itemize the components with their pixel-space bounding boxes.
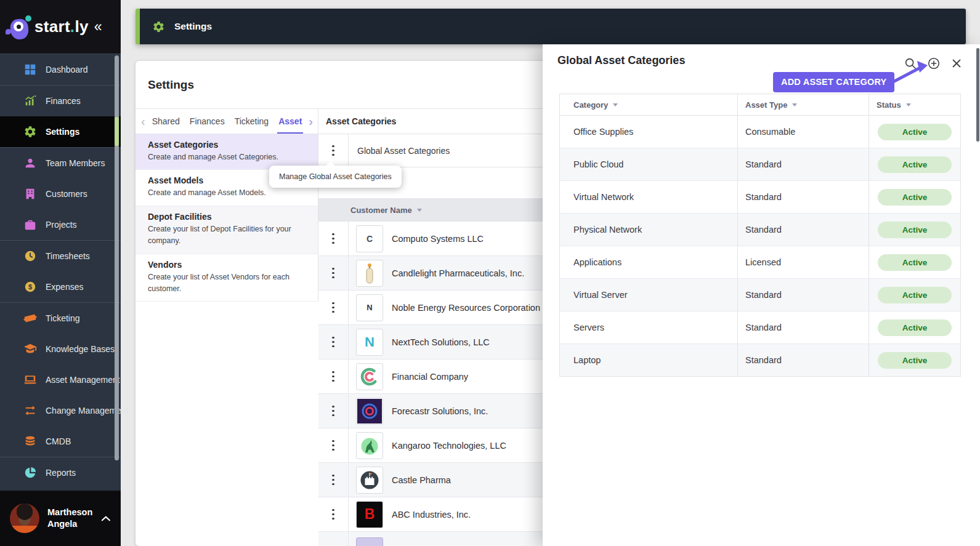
asset-categories-table: CategoryAsset TypeStatus Office Supplies…: [559, 94, 961, 377]
status-badge: Active: [878, 287, 952, 303]
tabs-scroll-left-icon[interactable]: ‹: [139, 115, 147, 127]
kebab-menu-icon[interactable]: [328, 402, 338, 420]
app-root: start.ly « DashboardFinancesSettingsTeam…: [0, 0, 980, 546]
sidebar-item-label: Timesheets: [46, 251, 90, 261]
kebab-menu-icon[interactable]: [328, 142, 338, 160]
sidebar-item-timesheets[interactable]: Timesheets: [0, 241, 121, 271]
sidebar-item-label: Projects: [46, 220, 77, 230]
sidebar-item-label: Expenses: [46, 282, 83, 292]
customer-logo: [356, 363, 383, 390]
kebab-menu-icon[interactable]: [328, 471, 338, 489]
page-title: Settings: [148, 78, 194, 92]
customer-logo: [356, 537, 383, 546]
category-cell: Physical Network: [560, 214, 738, 246]
kebab-cell: [318, 428, 349, 462]
kebab-cell: [318, 134, 349, 167]
category-cell: Applications: [560, 246, 738, 278]
asset-category-row[interactable]: Public CloudStandardActive: [560, 148, 960, 181]
asset-type-cell: Standard: [738, 311, 869, 343]
status-badge: Active: [878, 319, 952, 336]
sidebar-item-cmdb[interactable]: CMDB: [0, 426, 121, 457]
team-members-icon: [23, 156, 37, 170]
sidebar-item-ticketing[interactable]: Ticketing: [0, 303, 121, 334]
tabs-scroll-right-icon[interactable]: ›: [307, 115, 315, 127]
brand-name: start.ly: [34, 17, 89, 36]
asset-type-cell: Consumable: [738, 116, 869, 148]
page-scrollbar-thumb[interactable]: [976, 48, 979, 142]
sidebar-collapse-icon[interactable]: «: [94, 18, 102, 35]
column-header-category[interactable]: Category: [560, 94, 738, 115]
add-asset-category-callout: ADD ASSET CATEGORY: [773, 72, 894, 92]
sort-descending-icon: [417, 209, 422, 212]
kebab-menu-icon[interactable]: [328, 230, 338, 248]
category-cell: Laptop: [560, 344, 738, 376]
status-badge: Active: [878, 124, 952, 140]
brand-logo: start.ly «: [0, 0, 121, 54]
sidebar-item-asset-management[interactable]: Asset Management: [0, 364, 121, 395]
customer-logo: [356, 467, 383, 494]
sidebar-item-label: Team Members: [46, 158, 105, 168]
sidebar-item-dashboard[interactable]: Dashboard: [0, 54, 121, 85]
sidebar-item-knowledge-bases[interactable]: Knowledge Bases: [0, 334, 121, 364]
kebab-cell: [318, 497, 349, 531]
status-cell: Active: [869, 181, 960, 213]
sidebar-item-customers[interactable]: Customers: [0, 179, 121, 209]
ticketing-icon: [23, 311, 37, 325]
tab-asset[interactable]: Asset: [273, 109, 307, 134]
column-header-asset-type[interactable]: Asset Type: [738, 94, 869, 115]
asset-category-row[interactable]: ApplicationsLicensedActive: [560, 246, 960, 279]
kebab-menu-icon[interactable]: [328, 333, 338, 351]
settings-section-asset-categories[interactable]: Asset CategoriesCreate and manage Asset …: [136, 134, 318, 170]
chevron-up-icon: [101, 515, 111, 522]
kebab-menu-icon[interactable]: [328, 264, 338, 283]
settings-section-vendors[interactable]: VendorsCreate your list of Asset Vendors…: [136, 254, 318, 302]
customers-icon: [23, 187, 37, 201]
status-cell: Active: [869, 148, 960, 180]
kebab-menu-icon[interactable]: [328, 299, 338, 317]
column-header-status[interactable]: Status: [869, 94, 960, 115]
asset-category-row[interactable]: Physical NetworkStandardActive: [560, 214, 960, 246]
kebab-menu-icon[interactable]: [328, 505, 338, 524]
sidebar-item-expenses[interactable]: Expenses: [0, 271, 121, 302]
customer-name: Forecastr Solutions, Inc.: [392, 406, 488, 416]
tab-ticketing[interactable]: Ticketing: [230, 109, 274, 134]
cmdb-icon: [23, 435, 37, 448]
asset-type-cell: Standard: [738, 344, 869, 376]
drawer-title: Global Asset Categories: [557, 54, 685, 67]
section-title: Asset Categories: [148, 140, 306, 150]
sidebar-item-change-management[interactable]: Change Management: [0, 395, 121, 426]
kebab-cell: [318, 222, 349, 255]
asset-category-row[interactable]: ServersStandardActive: [560, 311, 960, 344]
sidebar-item-projects[interactable]: Projects: [0, 209, 121, 240]
customer-logo: C: [356, 225, 383, 252]
tab-shared[interactable]: Shared: [147, 109, 185, 134]
settings-gear-icon: [152, 20, 165, 33]
sidebar-item-settings[interactable]: Settings: [0, 116, 121, 147]
asset-category-row[interactable]: Virtual ServerStandardActive: [560, 279, 960, 311]
manage-categories-tooltip: Manage Global Asset Categories: [269, 166, 402, 188]
sidebar-item-finances[interactable]: Finances: [0, 86, 121, 116]
settings-section-depot-facilities[interactable]: Depot FacilitiesCreate your list of Depo…: [136, 206, 318, 254]
close-icon[interactable]: [950, 57, 963, 70]
section-header-title: Asset Categories: [326, 116, 396, 126]
kebab-cell: [318, 291, 349, 324]
kebab-cell: [318, 256, 349, 290]
status-badge: Active: [878, 254, 952, 271]
kebab-menu-icon[interactable]: [328, 436, 338, 455]
sidebar-item-reports[interactable]: Reports: [0, 457, 121, 488]
timesheets-icon: [23, 249, 37, 263]
sidebar-scrollbar[interactable]: [115, 55, 119, 460]
kebab-menu-icon[interactable]: [328, 367, 338, 386]
sidebar-item-team-members[interactable]: Team Members: [0, 148, 121, 179]
asset-category-row[interactable]: Virtual NetworkStandardActive: [560, 181, 960, 214]
finances-icon: [23, 94, 37, 108]
change-management-icon: [23, 404, 37, 417]
asset-category-row[interactable]: Office SuppliesConsumableActive: [560, 116, 960, 148]
category-cell: Virtual Server: [560, 279, 738, 311]
asset-category-row[interactable]: LaptopStandardActive: [560, 344, 960, 376]
tab-finances[interactable]: Finances: [185, 109, 230, 134]
customer-name: Noble Energy Resources Corporation: [392, 303, 540, 313]
user-menu[interactable]: Martheson Angela: [0, 491, 121, 546]
sidebar-scrollbar-active-segment: [115, 117, 119, 146]
knowledge-bases-icon: [23, 342, 37, 356]
